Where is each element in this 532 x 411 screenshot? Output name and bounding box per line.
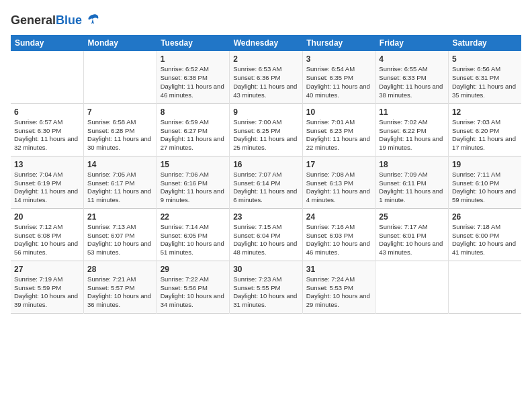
day-info: Sunrise: 7:18 AM Sunset: 6:00 PM Dayligh…	[452, 223, 518, 257]
day-number: 22	[161, 212, 226, 222]
calendar-cell: 13Sunrise: 7:04 AM Sunset: 6:19 PM Dayli…	[11, 156, 84, 208]
day-number: 13	[14, 159, 80, 170]
day-number: 29	[161, 264, 226, 275]
day-number: 14	[87, 159, 153, 170]
calendar-cell: 24Sunrise: 7:16 AM Sunset: 6:03 PM Dayli…	[302, 208, 375, 261]
day-info: Sunrise: 7:23 AM Sunset: 5:55 PM Dayligh…	[233, 275, 299, 310]
day-info: Sunrise: 6:59 AM Sunset: 6:27 PM Dayligh…	[161, 118, 226, 152]
calendar-cell	[84, 51, 157, 103]
calendar-cell	[375, 261, 449, 313]
calendar-week-row: 6Sunrise: 6:57 AM Sunset: 6:30 PM Daylig…	[11, 103, 521, 156]
calendar-cell: 30Sunrise: 7:23 AM Sunset: 5:55 PM Dayli…	[230, 261, 303, 313]
day-number: 19	[452, 159, 518, 170]
calendar-cell: 22Sunrise: 7:14 AM Sunset: 6:05 PM Dayli…	[157, 208, 230, 261]
calendar-cell: 8Sunrise: 6:59 AM Sunset: 6:27 PM Daylig…	[157, 103, 230, 156]
col-header-wednesday: Wednesday	[230, 35, 303, 51]
day-number: 12	[452, 107, 518, 118]
day-number: 18	[379, 159, 445, 170]
day-info: Sunrise: 7:14 AM Sunset: 6:05 PM Dayligh…	[161, 223, 226, 257]
calendar-cell: 10Sunrise: 7:01 AM Sunset: 6:23 PM Dayli…	[302, 103, 375, 156]
logo: GeneralBlue	[11, 11, 102, 30]
calendar-cell: 27Sunrise: 7:19 AM Sunset: 5:59 PM Dayli…	[11, 261, 84, 313]
calendar-cell: 2Sunrise: 6:53 AM Sunset: 6:36 PM Daylig…	[230, 51, 303, 103]
day-info: Sunrise: 7:01 AM Sunset: 6:23 PM Dayligh…	[306, 118, 372, 152]
day-info: Sunrise: 7:03 AM Sunset: 6:20 PM Dayligh…	[452, 118, 518, 152]
day-info: Sunrise: 7:21 AM Sunset: 5:57 PM Dayligh…	[87, 275, 153, 310]
day-info: Sunrise: 7:24 AM Sunset: 5:53 PM Dayligh…	[306, 275, 372, 310]
day-number: 3	[306, 54, 372, 64]
calendar-cell: 20Sunrise: 7:12 AM Sunset: 6:08 PM Dayli…	[11, 208, 84, 261]
day-number: 23	[233, 212, 299, 222]
day-info: Sunrise: 6:56 AM Sunset: 6:31 PM Dayligh…	[452, 65, 518, 99]
day-number: 24	[306, 212, 372, 222]
day-info: Sunrise: 7:06 AM Sunset: 6:16 PM Dayligh…	[161, 171, 226, 205]
day-number: 5	[452, 54, 518, 64]
day-info: Sunrise: 6:58 AM Sunset: 6:28 PM Dayligh…	[87, 118, 153, 152]
day-info: Sunrise: 7:17 AM Sunset: 6:01 PM Dayligh…	[379, 223, 445, 257]
day-info: Sunrise: 7:00 AM Sunset: 6:25 PM Dayligh…	[233, 118, 299, 152]
calendar-cell: 25Sunrise: 7:17 AM Sunset: 6:01 PM Dayli…	[375, 208, 449, 261]
calendar-cell: 21Sunrise: 7:13 AM Sunset: 6:07 PM Dayli…	[84, 208, 157, 261]
calendar-cell: 3Sunrise: 6:54 AM Sunset: 6:35 PM Daylig…	[302, 51, 375, 103]
calendar-cell: 18Sunrise: 7:09 AM Sunset: 6:11 PM Dayli…	[375, 156, 449, 208]
day-number: 28	[87, 264, 153, 275]
day-number: 30	[233, 264, 299, 275]
day-number: 27	[14, 264, 80, 275]
day-number: 7	[87, 107, 153, 118]
col-header-saturday: Saturday	[448, 35, 521, 51]
calendar-week-row: 20Sunrise: 7:12 AM Sunset: 6:08 PM Dayli…	[11, 208, 521, 261]
day-info: Sunrise: 6:52 AM Sunset: 6:38 PM Dayligh…	[161, 65, 226, 99]
day-info: Sunrise: 7:13 AM Sunset: 6:07 PM Dayligh…	[87, 223, 153, 257]
calendar-cell: 23Sunrise: 7:15 AM Sunset: 6:04 PM Dayli…	[230, 208, 303, 261]
day-number: 4	[379, 54, 445, 64]
day-number: 16	[233, 159, 299, 170]
calendar-header-row: SundayMondayTuesdayWednesdayThursdayFrid…	[11, 35, 521, 51]
day-info: Sunrise: 7:04 AM Sunset: 6:19 PM Dayligh…	[14, 171, 80, 205]
calendar-cell: 19Sunrise: 7:11 AM Sunset: 6:10 PM Dayli…	[448, 156, 521, 208]
day-info: Sunrise: 7:12 AM Sunset: 6:08 PM Dayligh…	[14, 223, 80, 257]
calendar-cell: 29Sunrise: 7:22 AM Sunset: 5:56 PM Dayli…	[157, 261, 230, 313]
day-number: 6	[14, 107, 80, 118]
day-info: Sunrise: 7:15 AM Sunset: 6:04 PM Dayligh…	[233, 223, 299, 257]
calendar-cell: 9Sunrise: 7:00 AM Sunset: 6:25 PM Daylig…	[230, 103, 303, 156]
col-header-tuesday: Tuesday	[157, 35, 230, 51]
day-info: Sunrise: 6:55 AM Sunset: 6:33 PM Dayligh…	[379, 65, 445, 99]
day-info: Sunrise: 6:53 AM Sunset: 6:36 PM Dayligh…	[233, 65, 299, 99]
col-header-sunday: Sunday	[11, 35, 84, 51]
calendar-cell: 5Sunrise: 6:56 AM Sunset: 6:31 PM Daylig…	[448, 51, 521, 103]
day-info: Sunrise: 7:07 AM Sunset: 6:14 PM Dayligh…	[233, 171, 299, 205]
day-number: 25	[379, 212, 445, 222]
calendar-cell: 28Sunrise: 7:21 AM Sunset: 5:57 PM Dayli…	[84, 261, 157, 313]
day-number: 10	[306, 107, 372, 118]
day-number: 26	[452, 212, 518, 222]
calendar-cell: 6Sunrise: 6:57 AM Sunset: 6:30 PM Daylig…	[11, 103, 84, 156]
calendar-cell: 26Sunrise: 7:18 AM Sunset: 6:00 PM Dayli…	[448, 208, 521, 261]
calendar-cell: 31Sunrise: 7:24 AM Sunset: 5:53 PM Dayli…	[302, 261, 375, 313]
day-number: 8	[161, 107, 226, 118]
day-info: Sunrise: 6:54 AM Sunset: 6:35 PM Dayligh…	[306, 65, 372, 99]
day-info: Sunrise: 7:11 AM Sunset: 6:10 PM Dayligh…	[452, 171, 518, 205]
calendar-week-row: 27Sunrise: 7:19 AM Sunset: 5:59 PM Dayli…	[11, 261, 521, 313]
calendar-cell	[11, 51, 84, 103]
calendar-cell: 15Sunrise: 7:06 AM Sunset: 6:16 PM Dayli…	[157, 156, 230, 208]
day-number: 15	[161, 159, 226, 170]
day-number: 20	[14, 212, 80, 222]
day-number: 31	[306, 264, 372, 275]
calendar-cell: 12Sunrise: 7:03 AM Sunset: 6:20 PM Dayli…	[448, 103, 521, 156]
day-number: 11	[379, 107, 445, 118]
calendar-cell: 16Sunrise: 7:07 AM Sunset: 6:14 PM Dayli…	[230, 156, 303, 208]
day-number: 17	[306, 159, 372, 170]
day-info: Sunrise: 6:57 AM Sunset: 6:30 PM Dayligh…	[14, 118, 80, 152]
calendar-cell: 1Sunrise: 6:52 AM Sunset: 6:38 PM Daylig…	[157, 51, 230, 103]
day-info: Sunrise: 7:05 AM Sunset: 6:17 PM Dayligh…	[87, 171, 153, 205]
calendar-cell: 14Sunrise: 7:05 AM Sunset: 6:17 PM Dayli…	[84, 156, 157, 208]
day-number: 21	[87, 212, 153, 222]
page-header: GeneralBlue	[11, 11, 521, 30]
calendar-cell: 11Sunrise: 7:02 AM Sunset: 6:22 PM Dayli…	[375, 103, 449, 156]
calendar-week-row: 1Sunrise: 6:52 AM Sunset: 6:38 PM Daylig…	[11, 51, 521, 103]
day-info: Sunrise: 7:22 AM Sunset: 5:56 PM Dayligh…	[161, 275, 226, 310]
calendar-table: SundayMondayTuesdayWednesdayThursdayFrid…	[11, 35, 521, 314]
day-number: 1	[161, 54, 226, 64]
col-header-monday: Monday	[84, 35, 157, 51]
calendar-week-row: 13Sunrise: 7:04 AM Sunset: 6:19 PM Dayli…	[11, 156, 521, 208]
